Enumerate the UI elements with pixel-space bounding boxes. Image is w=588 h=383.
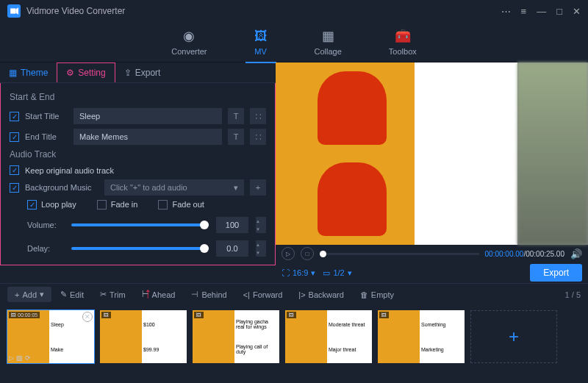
end-title-label: End Title	[25, 132, 68, 141]
loop-checkbox[interactable]: ✓	[27, 200, 37, 210]
grid-button[interactable]: ⸬	[250, 108, 266, 124]
remove-clip-button[interactable]: ✕	[82, 312, 93, 322]
fadein-label: Fade in	[111, 200, 138, 210]
volume-icon[interactable]: 🔊	[570, 248, 582, 259]
delay-value[interactable]: 0.0	[216, 240, 248, 257]
svg-marker-1	[15, 7, 18, 15]
image-icon: 🖼	[104, 312, 109, 318]
volume-down[interactable]: ▼	[256, 227, 266, 232]
rotate-icon[interactable]: ⟳	[25, 354, 31, 362]
tab-label: Collage	[315, 47, 342, 56]
text-style-button[interactable]: T	[228, 108, 244, 124]
image-icon: 🖼	[11, 312, 16, 318]
grid-button[interactable]: ⸬	[250, 129, 266, 145]
delay-down[interactable]: ▼	[256, 251, 266, 255]
play-icon[interactable]: ▷	[9, 354, 14, 362]
fadeout-label: Fade out	[172, 200, 204, 210]
clip-thumbnail[interactable]: 🖼00:00:05 ✕ SleepMake ▷▧⟳	[7, 310, 94, 363]
section-audio: Audio Track	[10, 149, 266, 160]
tab-collage[interactable]: ▦ Collage	[306, 25, 351, 59]
add-button[interactable]: + Add ▾	[7, 287, 51, 302]
clip-thumbnail[interactable]: 🖼 Playing gacha real for wingsPlaying ca…	[193, 310, 279, 363]
gear-icon: ⚙	[66, 68, 74, 78]
feedback-icon[interactable]: ⋯	[501, 6, 511, 17]
tab-converter[interactable]: ◉ Converter	[162, 25, 215, 59]
export-icon: ⇪	[124, 68, 132, 78]
clip-duration: 00:00:05	[18, 312, 37, 318]
toolbox-icon: 🧰	[395, 28, 411, 44]
collage-icon: ▦	[322, 28, 334, 44]
end-title-checkbox[interactable]: ✓	[10, 132, 19, 142]
chevron-down-icon: ▾	[234, 183, 238, 193]
add-clip-button[interactable]: +	[470, 310, 557, 363]
tab-toolbox[interactable]: 🧰 Toolbox	[380, 25, 426, 59]
converter-icon: ◉	[183, 28, 195, 44]
start-title-label: Start Title	[25, 112, 68, 121]
text-style-button[interactable]: T	[228, 129, 244, 145]
subtab-setting[interactable]: ⚙ Setting	[57, 62, 115, 82]
fadeout-checkbox[interactable]	[158, 200, 168, 210]
behind-button[interactable]: ⊣ Behind	[184, 287, 234, 302]
fadein-checkbox[interactable]	[97, 200, 107, 210]
subtab-theme[interactable]: ▦ Theme	[0, 62, 57, 82]
bg-music-label: Background Music	[25, 183, 98, 192]
page-button[interactable]: ▭ 1/2 ▾	[323, 268, 351, 278]
edit-button[interactable]: ✎ Edit	[53, 287, 91, 302]
loop-label: Loop play	[41, 200, 76, 210]
settings-panel: Start & End ✓ Start Title T ⸬ ✓ End Titl…	[0, 83, 276, 265]
maximize-icon[interactable]: □	[556, 6, 562, 17]
keep-original-label: Keep original audio track	[25, 166, 114, 175]
volume-label: Volume:	[27, 221, 64, 229]
subtab-label: Export	[135, 68, 161, 78]
mv-icon: 🖼	[254, 29, 268, 44]
export-button[interactable]: Export	[530, 264, 582, 282]
volume-slider[interactable]	[71, 223, 209, 226]
volume-up[interactable]: ▲	[256, 219, 266, 223]
subtab-export[interactable]: ⇪ Export	[115, 62, 170, 82]
clip-thumbnail[interactable]: 🖼 Moderate threatMajor threat	[285, 310, 372, 363]
clip-counter: 1 / 5	[565, 290, 581, 299]
volume-value[interactable]: 100	[216, 217, 248, 233]
forward-button[interactable]: <| Forward	[236, 287, 290, 302]
section-start-end: Start & End	[10, 92, 266, 102]
bg-music-select[interactable]: Click "+" to add audio ▾	[104, 179, 244, 196]
bg-music-checkbox[interactable]: ✓	[10, 183, 19, 193]
delay-slider[interactable]	[71, 247, 209, 250]
clip-thumbnail[interactable]: 🖼 $100$99.99	[100, 310, 187, 363]
end-title-input[interactable]	[74, 129, 222, 145]
time-total: /00:00:25.00	[523, 250, 564, 258]
menu-icon[interactable]: ≡	[521, 6, 527, 17]
tab-label: Toolbox	[389, 47, 417, 56]
tab-label: Converter	[171, 47, 207, 56]
backward-button[interactable]: |> Backward	[291, 287, 351, 302]
crop-icon[interactable]: ▧	[16, 354, 23, 362]
minimize-icon[interactable]: —	[537, 6, 546, 17]
add-audio-button[interactable]: +	[250, 179, 266, 196]
play-button[interactable]: ▷	[282, 247, 295, 260]
time-current: 00:00:00.00	[485, 250, 524, 258]
clip-thumbnail[interactable]: 🖼 SomethingMarketing	[378, 310, 465, 363]
image-icon: 🖼	[381, 312, 387, 318]
annotation-arrow: ↑	[144, 284, 151, 301]
app-logo	[7, 4, 21, 18]
delay-up[interactable]: ▲	[256, 243, 266, 247]
start-title-input[interactable]	[74, 108, 222, 124]
image-icon: 🖼	[196, 312, 201, 318]
tab-label: MV	[254, 47, 267, 56]
subtab-label: Setting	[78, 68, 105, 78]
delay-label: Delay:	[27, 244, 64, 253]
trim-button[interactable]: ✂ Trim	[93, 287, 133, 302]
preview-canvas[interactable]	[276, 62, 588, 245]
ahead-button[interactable]: ⊢ Ahead	[135, 287, 183, 302]
keep-original-checkbox[interactable]: ✓	[10, 165, 19, 175]
grid-icon: ▦	[9, 68, 17, 78]
progress-bar[interactable]	[320, 253, 479, 255]
tab-mv[interactable]: 🖼 MV	[245, 26, 276, 59]
close-icon[interactable]: ✕	[573, 6, 581, 17]
empty-button[interactable]: 🗑 Empty	[353, 287, 401, 302]
start-title-checkbox[interactable]: ✓	[10, 112, 19, 121]
bg-music-placeholder: Click "+" to add audio	[110, 183, 187, 192]
aspect-button[interactable]: ⛶ 16:9 ▾	[282, 268, 315, 278]
svg-rect-0	[10, 8, 15, 13]
stop-button[interactable]: □	[301, 247, 314, 260]
